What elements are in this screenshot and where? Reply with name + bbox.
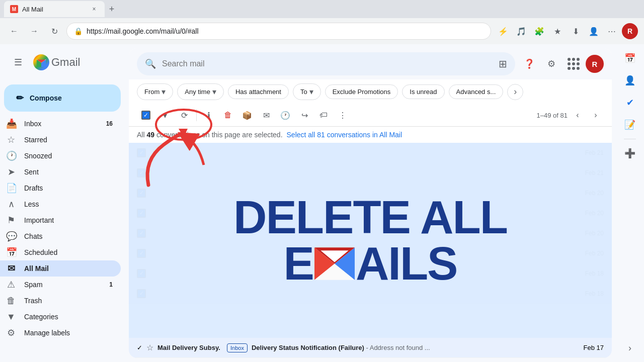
new-tab-button[interactable]: + (105, 2, 119, 16)
filter-chip-excludepromotions-label: Exclude Promotions (333, 88, 391, 96)
filter-chip-from[interactable]: From ▾ (137, 83, 173, 100)
snooze-button[interactable]: 🕐 (276, 106, 294, 124)
search-input[interactable] (162, 59, 493, 68)
more-actions-button[interactable]: ⋮ (334, 106, 352, 124)
manage-labels-icon: ⚙ (6, 327, 16, 338)
drafts-label: Drafts (24, 184, 113, 192)
profiles-icon[interactable]: 👤 (586, 23, 602, 39)
search-options-button[interactable]: ⊞ (499, 58, 507, 70)
performance-icon[interactable]: 🎵 (513, 23, 529, 39)
user-profile-button[interactable]: R (586, 55, 604, 73)
settings-button[interactable]: ⚙ (541, 54, 561, 74)
inbox-icon: 📥 (6, 118, 16, 129)
sidebar: ☰ Gmail ✏ Compose (0, 44, 129, 362)
sidebar-item-starred[interactable]: ☆ Starred (0, 132, 121, 148)
spam-icon: ⚠ (6, 279, 16, 290)
rs-keep-icon[interactable]: 📝 (620, 115, 640, 135)
rs-expand-icon[interactable]: › (620, 338, 640, 358)
sidebar-item-allmail[interactable]: ✉ All Mail (0, 260, 121, 277)
sent-icon: ➤ (6, 166, 16, 177)
filter-chip-anytime[interactable]: Any time ▾ (177, 83, 224, 100)
mark-read-button[interactable]: ✉ (257, 106, 275, 124)
sidebar-item-scheduled[interactable]: 📅 Scheduled (0, 244, 121, 260)
filter-chip-to-label: To (300, 88, 307, 96)
refresh-emails-button[interactable]: ⟳ (175, 106, 193, 124)
last-row-date: Feb 17 (584, 344, 604, 351)
pagination-next-button[interactable]: › (588, 107, 604, 123)
sidebar-item-important[interactable]: ⚑ Important (0, 212, 121, 228)
lock-icon: 🔒 (74, 27, 83, 35)
sidebar-item-trash[interactable]: 🗑 Trash (0, 293, 121, 309)
search-box[interactable]: 🔍 ⊞ (137, 52, 515, 75)
profile-button[interactable]: R (622, 23, 638, 39)
overlay-line2: E (284, 240, 457, 287)
sidebar-item-snoozed[interactable]: 🕐 Snoozed (0, 148, 121, 164)
filter-chip-isunread[interactable]: Is unread (402, 84, 444, 99)
sidebar-item-less[interactable]: ∧ Less (0, 196, 121, 212)
address-bar[interactable]: 🔒 https://mail.google.com/mail/u/0/#all (66, 23, 491, 40)
sidebar-item-inbox[interactable]: 📥 Inbox 16 (0, 116, 121, 132)
starred-label: Starred (24, 136, 113, 144)
google-apps-button[interactable] (564, 54, 584, 74)
gmail-logo: Gmail (33, 54, 80, 70)
filter-chip-to[interactable]: To ▾ (293, 83, 321, 100)
trash-label: Trash (24, 297, 113, 305)
trash-icon: 🗑 (6, 296, 16, 306)
hamburger-menu-button[interactable]: ☰ (8, 52, 28, 72)
sidebar-item-chats[interactable]: 💬 Chats (0, 228, 121, 244)
tab-close-button[interactable]: × (90, 5, 99, 14)
compose-button[interactable]: ✏ Compose (4, 84, 121, 112)
rs-add-icon[interactable]: ➕ (620, 143, 640, 163)
sidebar-item-spam[interactable]: ⚠ Spam 1 (0, 277, 121, 293)
select-all-button[interactable]: ✓ (137, 106, 155, 124)
drafts-icon: 📄 (6, 183, 16, 194)
delete-button[interactable]: 🗑 (219, 106, 237, 124)
active-tab[interactable]: M All Mail × (4, 1, 105, 17)
last-row-subject: Delivery Status Notification (Failure) (252, 344, 364, 351)
sidebar-item-drafts[interactable]: 📄 Drafts (0, 180, 121, 196)
browser-toolbar: ← → ↻ 🔒 https://mail.google.com/mail/u/0… (0, 18, 644, 44)
select-all-checkbox: ✓ (141, 111, 150, 120)
sidebar-item-manage-labels[interactable]: ⚙ Manage labels (0, 325, 121, 341)
rs-contacts-icon[interactable]: 👤 (620, 70, 640, 90)
refresh-button[interactable]: ↻ (46, 23, 62, 39)
cast-icon[interactable]: ⚡ (495, 23, 511, 39)
spam-label: Spam (24, 281, 101, 289)
filter-chip-advanced-label: Advanced s... (456, 88, 496, 96)
menu-icon[interactable]: ⋯ (604, 23, 620, 39)
archive-button[interactable]: 📦 (238, 106, 256, 124)
filter-chip-excludepromotions[interactable]: Exclude Promotions (325, 84, 398, 99)
filter-chip-hasattachment[interactable]: Has attachment (228, 84, 289, 99)
right-sidebar: 📅 👤 ✔ 📝 ➕ › (616, 44, 644, 362)
filter-chip-anytime-label: Any time (185, 88, 210, 96)
rs-tasks-icon[interactable]: ✔ (620, 93, 640, 113)
select-all-link[interactable]: Select all 81 conversations in All Mail (287, 131, 403, 139)
toolbar-separator (196, 109, 197, 121)
forward-button[interactable]: → (26, 23, 42, 39)
last-email-row[interactable]: ✓ ☆ Mail Delivery Subsy. Inbox Delivery … (129, 338, 612, 358)
rs-meet-icon[interactable]: 📅 (620, 48, 640, 68)
extensions-icon[interactable]: 🧩 (531, 23, 547, 39)
pagination-prev-button[interactable]: ‹ (570, 107, 586, 123)
select-dropdown-button[interactable]: ▾ (156, 106, 174, 124)
chats-icon: 💬 (6, 231, 16, 242)
filter-chip-advanced[interactable]: Advanced s... (449, 84, 504, 99)
rs-divider (624, 139, 636, 139)
move-to-button[interactable]: ↪ (295, 106, 313, 124)
filter-chip-more-button[interactable]: › (507, 84, 523, 100)
info-button[interactable]: ℹ (200, 106, 218, 124)
labels-button[interactable]: 🏷 (314, 106, 333, 124)
help-button[interactable]: ❓ (519, 54, 539, 74)
downloads-icon[interactable]: ⬇ (568, 23, 584, 39)
last-row-tag: Inbox (227, 343, 248, 352)
sidebar-item-categories[interactable]: ▼ Categories (0, 309, 121, 325)
last-row-star[interactable]: ☆ (146, 343, 153, 352)
email-list: ✓ Feb 21 ✓ Feb 21 ✓ Feb 20 ✓ Feb 20 ✓ Fe… (129, 143, 612, 338)
back-button[interactable]: ← (6, 23, 22, 39)
gmail-logo-text: Gmail (51, 56, 80, 69)
less-label: Less (24, 200, 113, 208)
sidebar-item-sent[interactable]: ➤ Sent (0, 164, 121, 180)
tab-title: All Mail (22, 6, 43, 13)
bookmark-icon[interactable]: ★ (549, 23, 566, 39)
browser-tabs: M All Mail × + (0, 0, 644, 18)
